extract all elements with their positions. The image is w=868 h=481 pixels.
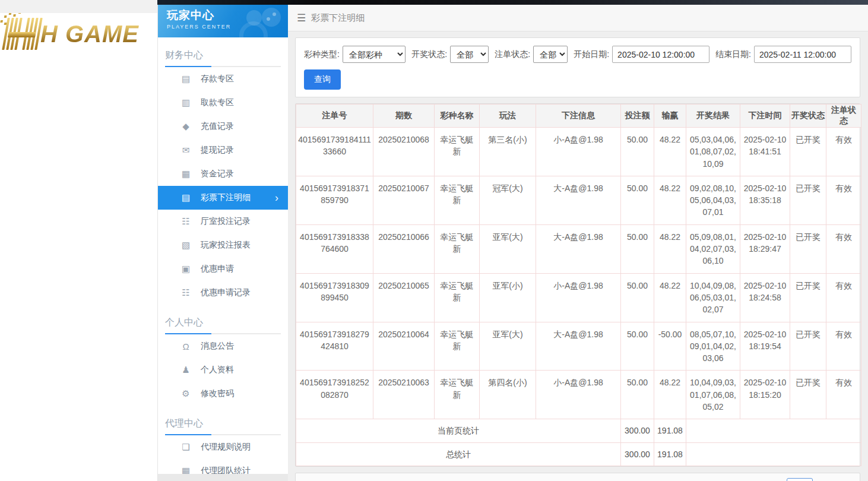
- table-cell: 2025-02-10 18:15:20: [740, 371, 790, 419]
- table-cell: 已开奖: [790, 371, 826, 419]
- lottery-type-select[interactable]: 全部彩种: [343, 46, 406, 63]
- sidebar-item-entry[interactable]: ▣优惠申请: [158, 257, 288, 281]
- sidebar-item-entry[interactable]: ▥取款专区: [158, 91, 288, 115]
- sidebar-item-label: 优惠申请: [201, 264, 234, 274]
- table-cell: 20250210067: [373, 176, 435, 224]
- table-cell: 已开奖: [790, 128, 826, 176]
- column-header: 玩法: [480, 105, 536, 128]
- sidebar-item-label: 彩票下注明细: [201, 192, 251, 203]
- sidebar-item-entry[interactable]: ☷厅室投注记录: [158, 210, 288, 233]
- main-content: ☰ 彩票下注明细 彩种类型: 全部彩种 开奖状态: 全部 注单状态: 全部 开始…: [288, 5, 868, 481]
- table-cell: 小-A盘@1.98: [536, 128, 621, 176]
- table-cell: 48.22: [654, 224, 686, 273]
- sidebar-item-entry[interactable]: ◆充值记录: [158, 115, 288, 138]
- table-cell: 20250210063: [373, 371, 435, 419]
- summary-bet-total: 300.00: [621, 442, 654, 466]
- table-cell: 20250210066: [373, 224, 435, 273]
- sidebar-item-active[interactable]: ▤彩票下注明细›: [158, 186, 288, 210]
- sidebar-item-label: 存款专区: [201, 74, 234, 84]
- bet-status-label: 注单状态:: [495, 49, 530, 60]
- table-cell: 401569173918309899450: [296, 273, 373, 322]
- pagination-bar: 每页显示20条 共6条 首页 上一页 [1] 下一页 第 页 跳转: [295, 473, 860, 481]
- filter-panel: 彩种类型: 全部彩种 开奖状态: 全部 注单状态: 全部 开始日期: 结束日期:…: [295, 37, 860, 97]
- sidebar-item-label: 厅室投注记录: [201, 216, 251, 227]
- funds-record-icon: ▦: [180, 169, 192, 179]
- column-header: 开奖结果: [686, 105, 740, 128]
- table-cell: 50.00: [621, 371, 654, 419]
- table-cell: -50.00: [654, 322, 686, 371]
- table-cell: 20250210068: [373, 128, 435, 176]
- lottery-type-label: 彩种类型:: [304, 49, 340, 60]
- sidebar-section-title: 代理中心: [165, 417, 281, 435]
- sidebar-item-entry[interactable]: ▦资金记录: [158, 162, 288, 186]
- table-cell: 幸运飞艇新: [435, 128, 480, 176]
- sidebar-item-label: 玩家投注报表: [201, 240, 251, 251]
- sidebar-item-label: 修改密码: [201, 388, 234, 399]
- title-bar: ☰ 彩票下注明细: [288, 5, 868, 31]
- sidebar-bottom-strip: [158, 474, 288, 481]
- column-header: 期数: [373, 105, 435, 128]
- table-cell: 亚军(大): [480, 322, 536, 371]
- table-cell: 第三名(小): [480, 128, 536, 176]
- table-cell: 2025-02-10 18:29:47: [740, 224, 790, 273]
- draw-status-select[interactable]: 全部: [450, 46, 489, 63]
- summary-empty: [686, 419, 861, 442]
- table-cell: 05,09,08,01,04,02,07,03,06,10: [686, 224, 740, 273]
- table-cell: 10,04,09,03,01,07,06,08,05,02: [686, 371, 740, 419]
- bet-status-select[interactable]: 全部: [533, 46, 568, 63]
- sidebar-item-entry[interactable]: ❏代理规则说明: [158, 435, 288, 459]
- table-cell: 05,03,04,06,01,08,07,02,10,09: [686, 128, 740, 176]
- table-cell: 48.22: [654, 176, 686, 224]
- table-cell: 已开奖: [790, 273, 826, 322]
- table-cell: 10,04,09,08,06,05,03,01,02,07: [686, 273, 740, 322]
- summary-label: 总统计: [296, 442, 621, 466]
- sidebar-item-entry[interactable]: ▤存款专区: [158, 67, 288, 91]
- table-cell: 有效: [826, 224, 861, 273]
- logo-band: H GAME: [0, 13, 157, 55]
- sidebar-item-entry[interactable]: ▧玩家投注报表: [158, 233, 288, 257]
- query-button[interactable]: 查询: [304, 69, 341, 90]
- end-date-input[interactable]: [754, 46, 851, 63]
- table-cell: 401569173918411133660: [296, 128, 373, 176]
- sidebar-item-entry[interactable]: ✉提现记录: [158, 138, 288, 162]
- draw-status-label: 开奖状态:: [411, 49, 447, 60]
- sidebar-item-entry[interactable]: ⚙修改密码: [158, 382, 288, 406]
- table-cell: 50.00: [621, 322, 654, 371]
- table-cell: 401569173918279424810: [296, 322, 373, 371]
- sidebar-item-entry[interactable]: Ω消息公告: [158, 334, 288, 358]
- table-cell: 有效: [826, 371, 861, 419]
- table-cell: 2025-02-10 18:24:58: [740, 273, 790, 322]
- gear-icon: ⚙: [180, 388, 192, 399]
- bet-detail-table: 注单号期数彩种名称玩法下注信息投注额输赢开奖结果下注时间开奖状态注单状态 401…: [296, 104, 861, 466]
- sidebar-item-entry[interactable]: ☷优惠申请记录: [158, 281, 288, 305]
- recharge-moneybag-icon: ◆: [180, 121, 192, 132]
- sidebar-item-label: 代理规则说明: [201, 442, 251, 452]
- table-cell: 已开奖: [790, 176, 826, 224]
- table-cell: 冠军(大): [480, 176, 536, 224]
- table-cell: 2025-02-10 18:19:54: [740, 322, 790, 371]
- table-cell: 401569173918371859790: [296, 176, 373, 224]
- hall-bet-records-icon: ☷: [180, 216, 192, 227]
- document-icon: ❏: [180, 442, 192, 452]
- sidebar-item-label: 消息公告: [201, 341, 234, 352]
- table-header: 注单号期数彩种名称玩法下注信息投注额输赢开奖结果下注时间开奖状态注单状态: [296, 105, 861, 128]
- sidebar-item-label: 充值记录: [201, 121, 234, 132]
- table-cell: 20250210064: [373, 322, 435, 371]
- person-icon: ♟: [180, 365, 192, 375]
- page-title: 彩票下注明细: [311, 12, 365, 24]
- table-cell: 小-A盘@1.98: [536, 371, 621, 419]
- sidebar-item-entry[interactable]: ♟个人资料: [158, 358, 288, 382]
- bell-icon: Ω: [180, 341, 192, 352]
- sidebar-item-label: 优惠申请记录: [201, 287, 251, 298]
- start-date-input[interactable]: [612, 46, 709, 63]
- table-row: 40156917391833876460020250210066幸运飞艇新亚军(…: [296, 224, 861, 273]
- menu-toggle-icon[interactable]: ☰: [297, 12, 306, 24]
- site-left-background: H GAME: [0, 0, 157, 481]
- table-cell: 幸运飞艇新: [435, 176, 480, 224]
- table-cell: 50.00: [621, 176, 654, 224]
- chevron-right-icon: ›: [275, 192, 278, 203]
- brand-logo: H GAME: [4, 17, 139, 51]
- sidebar-item-label: 资金记录: [201, 169, 234, 179]
- withdraw-hand-icon: ▥: [180, 97, 192, 108]
- jump-page-input[interactable]: [787, 478, 813, 481]
